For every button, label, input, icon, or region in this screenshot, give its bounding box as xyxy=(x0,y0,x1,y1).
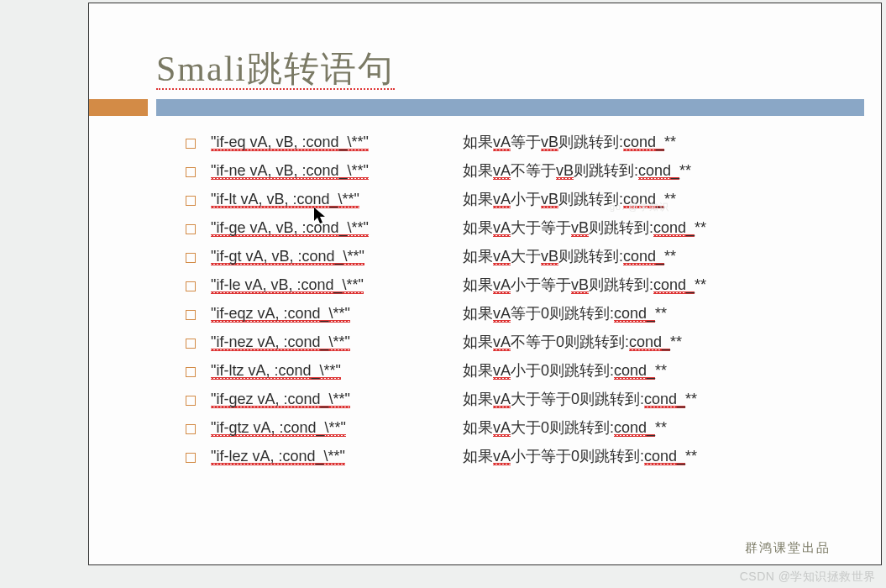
bullet-icon xyxy=(186,139,196,149)
suffix-text: ** xyxy=(695,219,706,236)
code-text: "if-gtz vA, :cond_\**" xyxy=(211,419,346,437)
bullet-icon xyxy=(186,167,196,177)
list-item: "if-nez vA, :cond_\**"如果vA不等于0则跳转到:cond_… xyxy=(186,334,831,349)
suffix-text: ** xyxy=(679,162,691,179)
desc-mid: 大于0则跳转到: xyxy=(511,419,614,436)
desc-mid: 不等于 xyxy=(511,162,556,179)
accent-orange xyxy=(89,99,148,116)
list-item: "if-ge vA, vB, :cond_\**"如果vA大于等于vB则跳转到:… xyxy=(186,220,831,235)
va-token: vA xyxy=(493,219,511,237)
bullet-icon xyxy=(186,281,196,291)
desc-mid: 等于 xyxy=(511,134,541,150)
desc-mid: 小于等于 xyxy=(511,276,571,293)
desc-pre: 如果 xyxy=(463,448,493,465)
desc-pre: 如果 xyxy=(463,391,493,407)
suffix-text: ** xyxy=(664,134,676,150)
va-token: vA xyxy=(493,276,511,294)
desc-column: 如果vA大于0则跳转到:cond_** xyxy=(463,420,831,435)
code-column: "if-eq vA, vB, :cond_\**" xyxy=(211,134,463,150)
code-column: "if-lez vA, :cond_\**" xyxy=(211,449,463,464)
desc-mid: 大于等于0则跳转到: xyxy=(511,391,644,407)
desc-pre: 如果 xyxy=(463,219,493,236)
code-text: "if-ne vA, vB, :cond_\**" xyxy=(211,162,369,180)
va-token: vA xyxy=(493,248,511,265)
desc-pre: 如果 xyxy=(463,248,493,265)
cond-token: cond_ xyxy=(623,248,664,265)
desc-column: 如果vA大于vB则跳转到:cond_** xyxy=(463,249,831,264)
bullet-icon xyxy=(186,196,196,206)
bullet-icon xyxy=(186,367,196,377)
platform-watermark: CSDN @学知识拯救世界 xyxy=(740,570,876,585)
list-item: "if-ltz vA, :cond_\**"如果vA小于0则跳转到:cond_*… xyxy=(186,363,831,378)
code-text: "if-lez vA, :cond_\**" xyxy=(211,448,345,465)
code-text: "if-ltz vA, :cond_\**" xyxy=(211,362,341,380)
code-column: "if-ltz vA, :cond_\**" xyxy=(211,363,463,378)
desc-column: 如果vA大于等于vB则跳转到:cond_** xyxy=(463,220,831,235)
code-text: "if-gt vA, vB, :cond_\**" xyxy=(211,248,364,265)
code-column: "if-nez vA, :cond_\**" xyxy=(211,334,463,349)
desc-pre: 如果 xyxy=(463,419,493,436)
credit-text: 群鸿课堂出品 xyxy=(745,540,831,556)
vb-token: vB xyxy=(571,219,589,237)
desc-mid: 大于 xyxy=(511,248,541,265)
bullet-icon xyxy=(186,339,196,349)
suffix-text: ** xyxy=(655,305,667,322)
desc-tail: 则跳转到: xyxy=(589,219,653,236)
code-column: "if-ne vA, vB, :cond_\**" xyxy=(211,163,463,178)
suffix-text: ** xyxy=(670,333,682,350)
list-item: "if-lez vA, :cond_\**"如果vA小于等于0则跳转到:cond… xyxy=(186,449,831,464)
code-column: "if-ge vA, vB, :cond_\**" xyxy=(211,220,463,235)
list-item: "if-gt vA, vB, :cond_\**"如果vA大于vB则跳转到:co… xyxy=(186,249,831,264)
code-text: "if-le vA, vB, :cond_\**" xyxy=(211,276,364,294)
desc-column: 如果vA小于等于0则跳转到:cond_** xyxy=(463,449,831,464)
cond-token: cond_ xyxy=(644,391,685,408)
desc-column: 如果vA等于vB则跳转到:cond_** xyxy=(463,134,831,150)
vb-token: vB xyxy=(541,191,558,208)
bullet-icon xyxy=(186,453,196,463)
desc-column: 如果vA小于等于vB则跳转到:cond_** xyxy=(463,277,831,292)
suffix-text: ** xyxy=(655,362,667,379)
divider-bar xyxy=(89,99,881,116)
bullet-icon xyxy=(186,424,196,434)
cond-token: cond_ xyxy=(614,305,655,323)
vb-token: vB xyxy=(571,276,589,294)
bullet-icon xyxy=(186,396,196,406)
desc-mid: 小于 xyxy=(511,191,541,207)
desc-mid: 不等于0则跳转到: xyxy=(511,333,629,350)
desc-mid: 小于等于0则跳转到: xyxy=(511,448,644,465)
accent-blue xyxy=(156,99,864,116)
va-token: vA xyxy=(493,391,511,408)
desc-tail: 则跳转到: xyxy=(589,276,653,293)
vb-token: vB xyxy=(541,134,558,151)
suffix-text: ** xyxy=(685,448,697,465)
desc-pre: 如果 xyxy=(463,333,493,350)
cond-token: cond_ xyxy=(623,134,664,151)
suffix-text: ** xyxy=(695,276,706,293)
list-item: "if-gez vA, :cond_\**"如果vA大于等于0则跳转到:cond… xyxy=(186,391,831,407)
va-token: vA xyxy=(493,333,511,351)
cond-token: cond_ xyxy=(638,162,679,180)
code-text: "if-gez vA, :cond_\**" xyxy=(211,391,350,408)
list-item: "if-eq vA, vB, :cond_\**"如果vA等于vB则跳转到:co… xyxy=(186,134,831,150)
code-column: "if-eqz vA, :cond_\**" xyxy=(211,306,463,321)
desc-pre: 如果 xyxy=(463,134,493,150)
bullet-icon xyxy=(186,253,196,263)
code-text: "if-ge vA, vB, :cond_\**" xyxy=(211,219,369,237)
cond-token: cond_ xyxy=(614,362,655,380)
code-column: "if-gez vA, :cond_\**" xyxy=(211,391,463,407)
desc-pre: 如果 xyxy=(463,162,493,179)
list-item: "if-ne vA, vB, :cond_\**"如果vA不等于vB则跳转到:c… xyxy=(186,163,831,178)
slide-title: Smali跳转语句 xyxy=(156,45,831,92)
cond-token: cond_ xyxy=(614,419,655,437)
va-token: vA xyxy=(493,362,511,380)
desc-column: 如果vA等于0则跳转到:cond_** xyxy=(463,306,831,321)
list-item: "if-gtz vA, :cond_\**"如果vA大于0则跳转到:cond_*… xyxy=(186,420,831,435)
va-token: vA xyxy=(493,162,511,180)
desc-tail: 则跳转到: xyxy=(574,162,638,179)
desc-pre: 如果 xyxy=(463,305,493,322)
code-column: "if-gtz vA, :cond_\**" xyxy=(211,420,463,435)
vb-token: vB xyxy=(556,162,574,180)
desc-mid: 小于0则跳转到: xyxy=(511,362,614,379)
code-column: "if-le vA, vB, :cond_\**" xyxy=(211,277,463,292)
desc-pre: 如果 xyxy=(463,191,493,207)
